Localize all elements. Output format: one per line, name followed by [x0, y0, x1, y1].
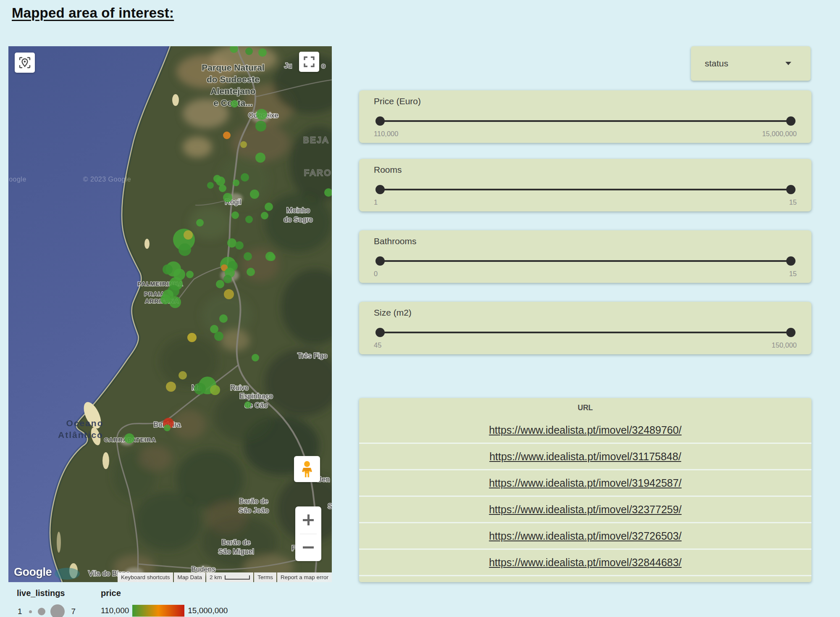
fullscreen-icon — [303, 55, 315, 68]
size-slider[interactable] — [380, 332, 791, 333]
rooms-max-value: 15 — [789, 198, 797, 206]
listing-dot[interactable] — [233, 179, 239, 186]
listing-dot[interactable] — [219, 314, 228, 323]
listing-dot[interactable] — [178, 243, 191, 256]
bathrooms-slider-max-handle[interactable] — [786, 256, 795, 266]
listing-dot[interactable] — [255, 121, 266, 132]
listing-dot[interactable] — [231, 211, 239, 219]
price-slider-min-handle[interactable] — [375, 116, 385, 126]
listing-dot[interactable] — [224, 289, 234, 299]
listing-dot[interactable] — [124, 433, 134, 443]
listing-dot[interactable] — [256, 109, 267, 120]
listing-dot[interactable] — [265, 203, 273, 211]
listing-dot[interactable] — [223, 275, 232, 283]
size-legend-min: 1 — [18, 607, 22, 616]
pegman-icon — [299, 460, 315, 478]
rooms-slider-min-handle[interactable] — [375, 185, 385, 194]
listing-dot[interactable] — [244, 401, 251, 408]
table-row: https://www.idealista.pt/imovel/32377259… — [359, 496, 811, 522]
color-legend-min: 110,000 — [101, 606, 129, 615]
listing-dot[interactable] — [250, 190, 259, 199]
listing-link[interactable]: https://www.idealista.pt/imovel/32489760… — [489, 424, 682, 436]
listing-link[interactable]: https://www.idealista.pt/imovel/31175848… — [489, 451, 681, 463]
listing-dot[interactable] — [227, 238, 236, 248]
listing-dot[interactable] — [265, 252, 275, 261]
listing-dot[interactable] — [261, 212, 268, 219]
table-row: https://www.idealista.pt/imovel/32844683… — [359, 548, 811, 575]
listing-dot[interactable] — [187, 333, 197, 342]
listing-dot[interactable] — [216, 280, 224, 288]
price-slider[interactable] — [380, 120, 791, 122]
status-dropdown[interactable]: status — [691, 46, 811, 81]
listing-dot[interactable] — [258, 48, 267, 57]
rooms-slider[interactable] — [380, 189, 791, 190]
listing-dot[interactable] — [240, 141, 247, 148]
listing-dot[interactable] — [184, 230, 193, 240]
listing-dot[interactable] — [207, 182, 214, 189]
listing-dot[interactable] — [160, 294, 171, 304]
price-slider-max-handle[interactable] — [786, 116, 795, 126]
pegman-button[interactable] — [294, 456, 320, 482]
size-dot-small — [29, 610, 32, 613]
size-filter-card: Size (m2) 45 150,000 — [359, 302, 811, 354]
listing-dot[interactable] — [245, 47, 253, 55]
satellite-map[interactable]: Parque Naturaldo SudoesteAlentejanoe Cos… — [8, 46, 332, 582]
listing-dot[interactable] — [223, 132, 231, 139]
table-row: https://www.idealista.pt/imovel/31942587… — [359, 469, 811, 496]
listing-dot[interactable] — [219, 185, 226, 192]
listing-dot[interactable] — [244, 252, 252, 261]
bathrooms-slider-min-handle[interactable] — [375, 256, 385, 266]
terms-link[interactable]: Terms — [254, 572, 276, 582]
map-label: © 2023 Google — [83, 176, 131, 183]
listing-dot[interactable] — [214, 332, 223, 341]
listing-dot[interactable] — [196, 219, 204, 227]
listing-dot[interactable] — [164, 425, 171, 431]
listing-dot[interactable] — [194, 383, 206, 395]
listing-dot[interactable] — [178, 371, 187, 380]
map-label: Espinhaço — [239, 392, 273, 400]
area-pin-icon — [18, 56, 31, 69]
listing-dot[interactable] — [213, 175, 221, 182]
map-label: do Sudoeste — [207, 74, 260, 84]
keyboard-shortcuts-link[interactable]: Keyboard shortcuts — [118, 572, 173, 582]
size-legend-row: 1 7 — [18, 604, 76, 617]
map-label: do Sogro — [284, 216, 313, 224]
map-container[interactable]: Parque Naturaldo SudoesteAlentejanoe Cos… — [8, 46, 332, 582]
size-slider-max-handle[interactable] — [786, 328, 795, 337]
listing-dot[interactable] — [231, 100, 238, 108]
listing-dot[interactable] — [255, 153, 265, 163]
listing-dot[interactable] — [169, 296, 181, 308]
listing-dot[interactable] — [186, 271, 194, 278]
zoom-out-button[interactable] — [295, 534, 321, 562]
fullscreen-button[interactable] — [299, 52, 319, 72]
map-label: Barão de — [239, 497, 268, 505]
status-dropdown-label: status — [705, 58, 728, 69]
focus-area-button[interactable] — [15, 53, 35, 73]
price-gradient-bar — [132, 605, 184, 617]
bathrooms-min-value: 0 — [374, 270, 378, 278]
listing-dot[interactable] — [245, 216, 253, 223]
report-map-error-link[interactable]: Report a map error — [277, 572, 332, 582]
listing-dot[interactable] — [247, 268, 255, 276]
listing-dot[interactable] — [166, 382, 176, 392]
bathrooms-filter-label: Bathrooms — [374, 236, 797, 246]
zoom-in-button[interactable] — [295, 506, 321, 534]
price-filter-card: Price (Euro) 110,000 15,000,000 — [359, 90, 811, 143]
map-data-link[interactable]: Map Data — [174, 572, 205, 582]
url-column-header: URL — [359, 398, 811, 417]
listing-dot[interactable] — [241, 173, 249, 182]
listing-link[interactable]: https://www.idealista.pt/imovel/32844683… — [489, 556, 682, 569]
map-label: Oceano — [66, 418, 103, 428]
listing-dot[interactable] — [235, 241, 244, 250]
listing-link[interactable]: https://www.idealista.pt/imovel/32377259… — [489, 504, 682, 516]
listing-dot[interactable] — [210, 385, 220, 395]
listing-dot[interactable] — [163, 264, 173, 274]
bathrooms-slider[interactable] — [380, 260, 791, 262]
listing-link[interactable]: https://www.idealista.pt/imovel/32726503… — [489, 530, 682, 542]
page-title: Mapped area of interest: — [12, 5, 174, 21]
size-slider-min-handle[interactable] — [375, 328, 385, 337]
listing-dot[interactable] — [252, 354, 259, 361]
rooms-slider-max-handle[interactable] — [786, 185, 795, 194]
listing-dot[interactable] — [223, 193, 232, 202]
listing-link[interactable]: https://www.idealista.pt/imovel/31942587… — [489, 477, 682, 489]
